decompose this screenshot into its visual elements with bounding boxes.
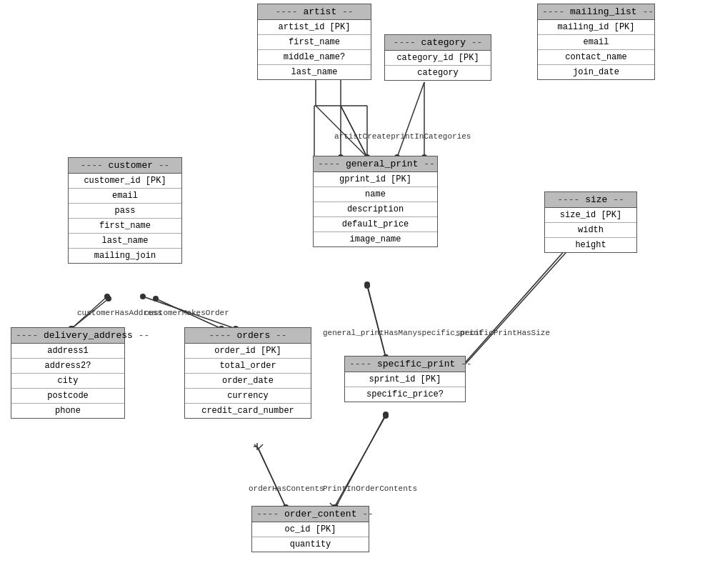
field-category-id: category_id [PK] [385, 51, 491, 66]
svg-line-29 [316, 106, 367, 157]
entity-artist: ---- artist -- artist_id [PK] first_name… [257, 4, 371, 80]
relation-print-order-contents: PrintInOrderContents [323, 484, 417, 493]
entity-size: ---- size -- size_id [PK] width height [544, 191, 637, 253]
field-customer-id: customer_id [PK] [69, 174, 181, 189]
connector-lines [0, 0, 710, 588]
svg-line-9 [341, 106, 367, 157]
field-customer-email: email [69, 189, 181, 204]
field-size-id: size_id [PK] [545, 208, 636, 223]
svg-line-22 [257, 447, 286, 507]
svg-point-37 [106, 296, 111, 302]
field-specific-price: specific_price? [345, 387, 465, 402]
svg-line-50 [334, 416, 386, 507]
entity-artist-header: ---- artist -- [258, 4, 371, 20]
entity-size-header: ---- size -- [545, 192, 636, 208]
relation-customer-orders: customerMakesOrder [144, 309, 229, 317]
svg-line-16 [367, 286, 386, 357]
field-artist-id: artist_id [PK] [258, 20, 371, 35]
svg-point-51 [383, 413, 389, 419]
svg-point-28 [383, 412, 389, 417]
entity-general-print: ---- general_print -- gprint_id [PK] nam… [313, 156, 438, 247]
field-size-width: width [545, 223, 636, 238]
field-currency: currency [185, 389, 311, 404]
field-artist-lastname: last_name [258, 65, 371, 79]
entity-customer: ---- customer -- customer_id [PK] email … [68, 157, 182, 264]
entity-order-content-header: ---- order_content -- [252, 507, 369, 522]
svg-line-48 [254, 444, 259, 449]
svg-line-49 [259, 444, 263, 449]
field-address2: address2? [11, 359, 124, 374]
entity-orders-header: ---- orders -- [185, 328, 311, 344]
field-customer-pass: pass [69, 204, 181, 219]
field-customer-mailingjoin: mailing_join [69, 249, 181, 263]
field-mailing-contact: contact_name [538, 50, 654, 65]
field-mailing-joindate: join_date [538, 65, 654, 79]
entity-mailing-list-header: ---- mailing_list -- [538, 4, 654, 20]
svg-line-41 [367, 284, 386, 357]
field-gprint-description: description [314, 202, 437, 217]
field-gprint-id: gprint_id [PK] [314, 172, 437, 187]
relationship-lines [0, 0, 710, 588]
field-credit-card: credit_card_number [185, 404, 311, 418]
svg-line-26 [336, 414, 386, 507]
field-size-height: height [545, 238, 636, 252]
field-gprint-imagename: image_name [314, 232, 437, 246]
field-mailing-id: mailing_id [PK] [538, 20, 654, 35]
entity-specific-print: ---- specific_print -- sprint_id [PK] sp… [344, 356, 466, 402]
field-gprint-defaultprice: default_price [314, 217, 437, 232]
svg-point-15 [140, 294, 146, 299]
svg-point-12 [104, 294, 110, 299]
field-customer-lastname: last_name [69, 234, 181, 249]
field-artist-firstname: first_name [258, 35, 371, 50]
relation-artist-categories: artistCreateprintInCategories [334, 132, 471, 141]
svg-line-44 [459, 246, 571, 372]
field-address1: address1 [11, 344, 124, 359]
field-order-date: order_date [185, 374, 311, 389]
svg-line-8 [341, 106, 367, 157]
svg-line-19 [457, 243, 571, 372]
field-customer-firstname: first_name [69, 219, 181, 234]
svg-line-46 [259, 449, 286, 507]
svg-point-40 [153, 296, 159, 302]
field-total-order: total_order [185, 359, 311, 374]
entity-mailing-list: ---- mailing_list -- mailing_id [PK] ema… [537, 4, 655, 80]
entity-orders: ---- orders -- order_id [PK] total_order… [184, 327, 311, 419]
field-artist-middlename: middle_name? [258, 50, 371, 65]
svg-point-42 [364, 281, 370, 287]
field-quantity: quantity [252, 537, 369, 552]
svg-point-17 [364, 283, 370, 289]
entity-customer-header: ---- customer -- [69, 158, 181, 174]
field-city: city [11, 374, 124, 389]
entity-general-print-header: ---- general_print -- [314, 156, 437, 172]
field-order-id: order_id [PK] [185, 344, 311, 359]
entity-category: ---- category -- category_id [PK] catego… [384, 34, 491, 81]
field-oc-id: oc_id [PK] [252, 522, 369, 537]
entity-specific-print-header: ---- specific_print -- [345, 357, 465, 372]
field-category-category: category [385, 66, 491, 80]
entity-category-header: ---- category -- [385, 35, 491, 51]
entity-order-content: ---- order_content -- oc_id [PK] quantit… [251, 506, 369, 552]
relation-order-contents: orderHasContents [249, 484, 324, 493]
field-gprint-name: name [314, 187, 437, 202]
svg-line-32 [397, 82, 424, 157]
field-phone: phone [11, 404, 124, 418]
entity-delivery-address: ---- delivery_address -- address1 addres… [11, 327, 125, 419]
field-postcode: postcode [11, 389, 124, 404]
field-sprint-id: sprint_id [PK] [345, 372, 465, 387]
entity-delivery-address-header: ---- delivery_address -- [11, 328, 124, 344]
field-mailing-email: email [538, 35, 654, 50]
relation-specific-size: specificPrintHasSize [456, 329, 550, 337]
diagram-container: ---- artist -- artist_id [PK] first_name… [0, 0, 710, 588]
